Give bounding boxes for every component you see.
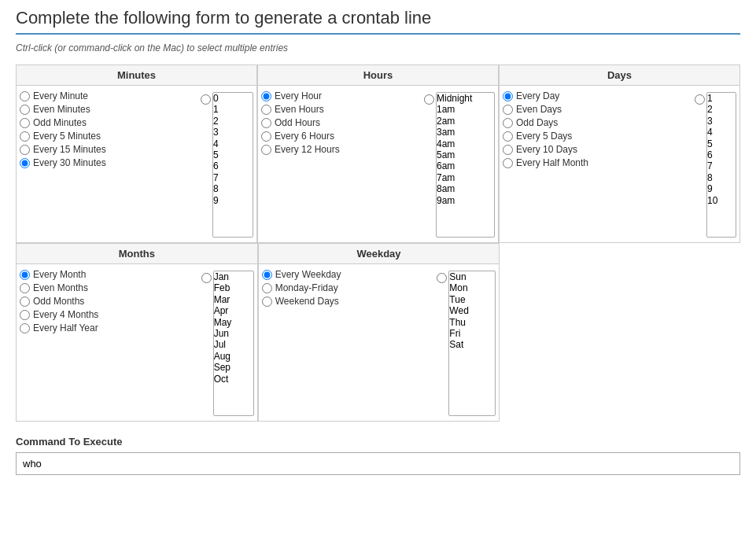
weekday-every[interactable]: Every Weekday bbox=[262, 269, 434, 280]
weekday-weekend[interactable]: Weekend Days bbox=[262, 296, 434, 307]
weekday-mon-fri[interactable]: Monday-Friday bbox=[262, 282, 434, 293]
minutes-even[interactable]: Even Minutes bbox=[20, 104, 197, 115]
hours-every-6[interactable]: Every 6 Hours bbox=[261, 131, 421, 142]
days-select-col: 1234 5678 910 bbox=[695, 90, 736, 238]
minutes-every-15[interactable]: Every 15 Minutes bbox=[20, 144, 197, 155]
days-select-radio[interactable] bbox=[695, 94, 705, 105]
command-input[interactable] bbox=[16, 452, 740, 475]
months-odd[interactable]: Odd Months bbox=[20, 296, 198, 307]
weekday-panel: Weekday Every Weekday Monday-Friday Week… bbox=[258, 243, 500, 422]
hours-panel: Hours Every Hour Even Hours Odd Hours Ev… bbox=[257, 64, 499, 243]
months-select-radio[interactable] bbox=[201, 273, 212, 283]
months-every-half-year[interactable]: Every Half Year bbox=[20, 322, 198, 333]
days-odd[interactable]: Odd Days bbox=[503, 117, 691, 128]
weekday-panel-title: Weekday bbox=[259, 244, 500, 264]
hours-select-col: Midnight1am2am3am 4am5am6am7am 8am9am bbox=[424, 90, 495, 238]
months-select[interactable]: JanFebMarApr MayJunJulAug SepOct bbox=[213, 271, 254, 416]
hours-every-hour[interactable]: Every Hour bbox=[261, 90, 421, 101]
command-section: Command To Execute bbox=[16, 436, 740, 475]
weekday-select-col: SunMonTueWed ThuFriSat bbox=[437, 269, 496, 416]
days-select[interactable]: 1234 5678 910 bbox=[706, 92, 736, 238]
days-every-half-month[interactable]: Every Half Month bbox=[503, 157, 691, 168]
minutes-every-minute[interactable]: Every Minute bbox=[20, 90, 197, 101]
hours-odd[interactable]: Odd Hours bbox=[261, 117, 421, 128]
minutes-panel: Minutes Every Minute Even Minutes Odd Mi… bbox=[16, 64, 257, 243]
months-select-col: JanFebMarApr MayJunJulAug SepOct bbox=[201, 269, 254, 416]
months-panel: Months Every Month Even Months Odd Month… bbox=[16, 243, 258, 422]
hours-select[interactable]: Midnight1am2am3am 4am5am6am7am 8am9am bbox=[436, 92, 495, 238]
weekday-select-radio[interactable] bbox=[437, 273, 447, 283]
minutes-every-5[interactable]: Every 5 Minutes bbox=[20, 131, 197, 142]
months-every-month[interactable]: Every Month bbox=[20, 269, 198, 280]
page-subtitle: Ctrl-click (or command-click on the Mac)… bbox=[16, 42, 740, 53]
hours-even[interactable]: Even Hours bbox=[261, 104, 421, 115]
minutes-select-col: 0123 4567 89 bbox=[201, 90, 253, 238]
weekday-radio-list: Every Weekday Monday-Friday Weekend Days bbox=[262, 269, 434, 416]
days-panel-title: Days bbox=[500, 65, 739, 86]
days-every-5[interactable]: Every 5 Days bbox=[503, 131, 691, 142]
months-radio-list: Every Month Even Months Odd Months Every… bbox=[20, 269, 198, 416]
minutes-panel-title: Minutes bbox=[17, 65, 256, 86]
months-even[interactable]: Even Months bbox=[20, 282, 198, 293]
days-panel: Days Every Day Even Days Odd Days Every … bbox=[499, 64, 740, 243]
months-panel-title: Months bbox=[17, 244, 257, 264]
hours-radio-list: Every Hour Even Hours Odd Hours Every 6 … bbox=[261, 90, 421, 238]
months-every-4[interactable]: Every 4 Months bbox=[20, 309, 198, 320]
days-even[interactable]: Even Days bbox=[503, 104, 691, 115]
page-title: Complete the following form to generate … bbox=[16, 8, 740, 35]
minutes-radio-list: Every Minute Even Minutes Odd Minutes Ev… bbox=[20, 90, 197, 238]
minutes-every-30[interactable]: Every 30 Minutes bbox=[20, 157, 197, 168]
hours-every-12[interactable]: Every 12 Hours bbox=[261, 144, 421, 155]
days-every-10[interactable]: Every 10 Days bbox=[503, 144, 691, 155]
hours-panel-title: Hours bbox=[258, 65, 498, 86]
minutes-select[interactable]: 0123 4567 89 bbox=[212, 92, 253, 238]
days-radio-list: Every Day Even Days Odd Days Every 5 Day… bbox=[503, 90, 691, 238]
weekday-select[interactable]: SunMonTueWed ThuFriSat bbox=[448, 271, 496, 416]
hours-select-radio[interactable] bbox=[424, 94, 434, 105]
minutes-select-radio[interactable] bbox=[201, 94, 211, 105]
command-label: Command To Execute bbox=[16, 436, 740, 448]
minutes-odd[interactable]: Odd Minutes bbox=[20, 117, 197, 128]
days-every-day[interactable]: Every Day bbox=[503, 90, 691, 101]
